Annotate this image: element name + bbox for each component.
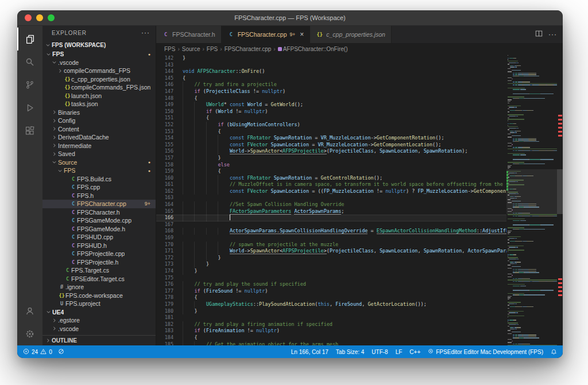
code-line-149[interactable]: 149 UWorld* const World = GetWorld();	[156, 102, 506, 108]
code-line-157[interactable]: 157 }	[156, 155, 506, 162]
tree-item-tasks.json[interactable]: {}tasks.json	[42, 100, 156, 108]
search-icon[interactable]	[17, 50, 42, 73]
tree-item-c_cpp_properties.json[interactable]: {}c_cpp_properties.json	[42, 75, 156, 84]
minimize-window-button[interactable]	[36, 14, 43, 21]
language-mode[interactable]: C++	[409, 349, 420, 355]
explorer-icon[interactable]	[17, 28, 42, 50]
code-line-185[interactable]: 185 // Get the animation object for the …	[156, 341, 506, 345]
code-line-142[interactable]: 142}	[156, 55, 506, 62]
settings-icon[interactable]	[17, 322, 42, 345]
tree-item-.vscode[interactable]: .vscode	[42, 59, 156, 67]
code-line-181[interactable]: 181	[156, 314, 506, 321]
outline-section-header[interactable]: OUTLINE	[42, 335, 156, 345]
code-line-150[interactable]: 150 if (World != nullptr)	[156, 108, 506, 115]
tree-item-FPSHUD.h[interactable]: CFPSHUD.h	[42, 242, 156, 250]
tree-item-FPS.code-workspace[interactable]: {}FPS.code-workspace	[42, 291, 156, 300]
code-line-167[interactable]: 167	[156, 221, 506, 228]
eol-indicator[interactable]: LF	[396, 349, 403, 355]
code-line-144[interactable]: 144void AFPSCharacter::OnFire()	[156, 68, 506, 75]
close-tab-icon[interactable]: ×	[300, 30, 304, 38]
problems-indicator[interactable]: 24 0	[23, 348, 52, 356]
code-line-166[interactable]: 166	[156, 215, 506, 221]
code-line-155[interactable]: 155 const FVector SpawnLocation = VR_Muz…	[156, 142, 506, 149]
tree-item-FPS[interactable]: FPS●	[42, 50, 156, 59]
breadcrumb-item[interactable]: Source	[182, 46, 200, 52]
code-line-160[interactable]: 160 const FRotator SpawnRotation = GetCo…	[156, 175, 506, 182]
code-line-143[interactable]: 143	[156, 62, 506, 69]
code-line-176[interactable]: 176 // try and play the sound if specifi…	[156, 281, 506, 288]
breadcrumb-item[interactable]: FPS	[207, 46, 218, 52]
code-line-184[interactable]: 184 {	[156, 335, 506, 341]
tree-item-.egstore[interactable]: .egstore	[42, 316, 156, 325]
overview-ruler[interactable]	[557, 55, 563, 345]
tree-item-FPS.uproject[interactable]: UFPS.uproject	[42, 300, 156, 308]
code-line-153[interactable]: 153 {	[156, 129, 506, 135]
scrollbar-slider[interactable]	[557, 169, 563, 214]
close-window-button[interactable]	[25, 14, 32, 21]
tree-item-FPS.h[interactable]: CFPS.h	[42, 192, 156, 200]
tree-item-FPS[interactable]: FPS●	[42, 166, 156, 175]
explorer-more-actions-icon[interactable]: ···	[141, 29, 150, 37]
tree-item-.vscode[interactable]: .vscode	[42, 325, 156, 333]
editor-more-actions-icon[interactable]: ···	[548, 30, 557, 38]
code-line-165[interactable]: 165 FActorSpawnParameters ActorSpawnPara…	[156, 208, 506, 215]
tree-item-compileCommands_FPS[interactable]: compileCommands_FPS	[42, 67, 156, 75]
code-line-182[interactable]: 182 // try and play a firing animation i…	[156, 321, 506, 328]
split-editor-icon[interactable]	[535, 29, 543, 40]
tab-c_cpp_properties.json[interactable]: {}c_cpp_properties.json	[310, 26, 392, 43]
code-line-162[interactable]: 162 const FVector SpawnLocation = ((FP_M…	[156, 188, 506, 195]
code-line-151[interactable]: 151 {	[156, 115, 506, 122]
breadcrumb-item[interactable]: FPSCharacter.cpp	[225, 46, 272, 52]
code-line-146[interactable]: 146 // try and fire a projectile	[156, 81, 506, 88]
tree-item-FPS.Build.cs[interactable]: CFPS.Build.cs	[42, 175, 156, 184]
extensions-icon[interactable]	[17, 119, 42, 142]
source-control-icon[interactable]	[17, 73, 42, 96]
code-line-158[interactable]: 158 else	[156, 162, 506, 169]
minimap-slider[interactable]	[506, 169, 557, 214]
minimap[interactable]	[506, 55, 557, 345]
tree-item-launch.json[interactable]: {}launch.json	[42, 92, 156, 100]
tab-FPSCharacter.cpp[interactable]: CFPSCharacter.cpp9+×	[222, 26, 311, 43]
tree-item-FPSCharacter.cpp[interactable]: CFPSCharacter.cpp9+	[42, 200, 156, 208]
code-line-147[interactable]: 147 if (ProjectileClass != nullptr)	[156, 88, 506, 95]
build-config-indicator[interactable]: FPSEditor Editor Mac Development (FPS)	[428, 348, 543, 355]
tree-item-FPSProjectile.h[interactable]: CFPSProjectile.h	[42, 258, 156, 267]
code-line-180[interactable]: 180 }	[156, 308, 506, 315]
cursor-position[interactable]: Ln 166, Col 17	[291, 349, 328, 355]
tree-item-FPSHUD.cpp[interactable]: CFPSHUD.cpp	[42, 233, 156, 242]
code-line-154[interactable]: 154 const FRotator SpawnRotation = VR_Mu…	[156, 135, 506, 142]
tree-item-Binaries[interactable]: Binaries	[42, 108, 156, 117]
code-line-170[interactable]: 170 // spawn the projectile at the muzzl…	[156, 242, 506, 248]
tree-item-DerivedDataCache[interactable]: DerivedDataCache	[42, 133, 156, 142]
encoding-indicator[interactable]: UTF-8	[372, 349, 388, 355]
code-line-148[interactable]: 148 {	[156, 95, 506, 102]
account-icon[interactable]	[17, 300, 42, 322]
run-and-debug-icon[interactable]	[17, 96, 42, 119]
code-line-174[interactable]: 174 }	[156, 268, 506, 275]
code-editor[interactable]: 142}143144void AFPSCharacter::OnFire()14…	[156, 55, 506, 345]
tree-item-FPSEditor.Target.cs[interactable]: CFPSEditor.Target.cs	[42, 275, 156, 283]
code-line-177[interactable]: 177 if (FireSound != nullptr)	[156, 288, 506, 295]
code-line-172[interactable]: 172 }	[156, 255, 506, 262]
code-line-179[interactable]: 179 UGameplayStatics::PlaySoundAtLocatio…	[156, 301, 506, 308]
code-line-145[interactable]: 145{	[156, 75, 506, 82]
notifications-bell-icon[interactable]	[551, 349, 557, 355]
code-line-178[interactable]: 178 {	[156, 294, 506, 301]
code-line-168[interactable]: 168 ActorSpawnParams.SpawnCollisionHandl…	[156, 228, 506, 235]
breadcrumb-item[interactable]: FPS	[164, 46, 175, 52]
tree-item-FPSGameMode.h[interactable]: CFPSGameMode.h	[42, 225, 156, 234]
tree-item-Intermediate[interactable]: Intermediate	[42, 142, 156, 150]
code-line-161[interactable]: 161 // MuzzleOffset is in camera space, …	[156, 181, 506, 188]
code-line-183[interactable]: 183 if (FireAnimation != nullptr)	[156, 328, 506, 335]
tree-item-Saved[interactable]: Saved	[42, 150, 156, 158]
code-line-163[interactable]: 163	[156, 195, 506, 201]
tab-size-indicator[interactable]: Tab Size: 4	[336, 349, 364, 355]
code-line-159[interactable]: 159 {	[156, 168, 506, 175]
tree-item-FPS.Target.cs[interactable]: CFPS.Target.cs	[42, 266, 156, 275]
tree-item-FPSCharacter.h[interactable]: CFPSCharacter.h	[42, 208, 156, 217]
tree-item-UE4[interactable]: UE4	[42, 308, 156, 317]
tree-item-FPSProjectile.cpp[interactable]: CFPSProjectile.cpp	[42, 250, 156, 258]
code-line-156[interactable]: 156 World->SpawnActor<AFPSProjectile>(Pr…	[156, 148, 506, 155]
tree-item-.ignore[interactable]: Ø.ignore	[42, 283, 156, 291]
tree-item-Source[interactable]: Source●	[42, 158, 156, 167]
